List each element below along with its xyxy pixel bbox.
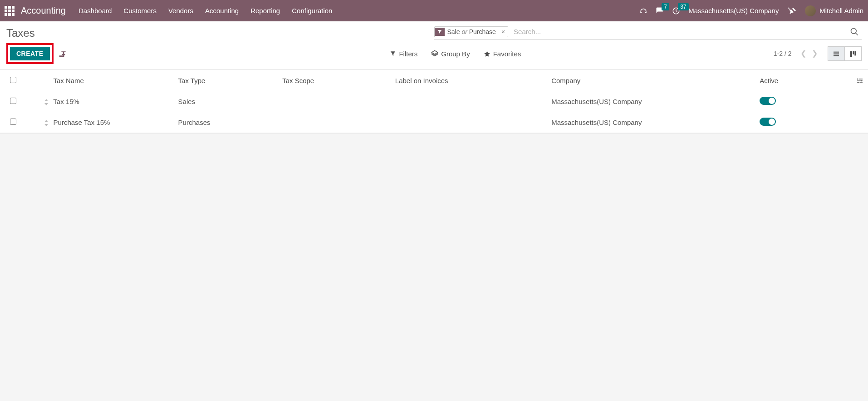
activities-badge: 37 — [678, 3, 688, 10]
svg-rect-16 — [862, 80, 863, 81]
user-name: Mitchell Admin — [819, 7, 863, 15]
nav-accounting[interactable]: Accounting — [205, 7, 239, 15]
svg-rect-6 — [850, 51, 852, 57]
drag-handle-icon[interactable] — [44, 99, 51, 106]
col-company[interactable]: Company — [547, 70, 755, 91]
company-switcher[interactable]: Massachusetts(US) Company — [688, 7, 779, 15]
search-input[interactable] — [511, 26, 847, 37]
favorites-button[interactable]: Favorites — [484, 50, 521, 58]
drag-handle-icon[interactable] — [44, 120, 51, 127]
kanban-view-button[interactable] — [844, 46, 862, 60]
active-toggle[interactable] — [760, 118, 776, 126]
cell-label — [391, 112, 547, 133]
svg-rect-15 — [857, 82, 858, 83]
cell-company: Massachusetts(US) Company — [547, 91, 755, 112]
svg-rect-7 — [853, 51, 854, 54]
facet-remove[interactable]: × — [499, 28, 508, 35]
avatar — [805, 5, 816, 16]
user-menu[interactable]: Mitchell Admin — [805, 5, 863, 16]
search-facet: Sale or Purchase × — [434, 26, 509, 37]
support-icon[interactable] — [639, 6, 647, 15]
apps-icon[interactable] — [5, 6, 15, 16]
svg-line-2 — [856, 33, 858, 35]
col-active[interactable]: Active — [755, 70, 842, 91]
svg-point-9 — [857, 79, 858, 80]
nav-right: 7 37 Massachusetts(US) Company Mitchell … — [639, 5, 863, 16]
pager-text[interactable]: 1-2 / 2 — [774, 50, 792, 57]
svg-rect-14 — [860, 82, 863, 83]
cell-company: Massachusetts(US) Company — [547, 112, 755, 133]
cell-tax-type: Purchases — [174, 112, 278, 133]
groupby-button[interactable]: Group By — [431, 50, 470, 58]
view-switcher — [828, 46, 862, 60]
svg-rect-3 — [834, 51, 839, 52]
pager-next[interactable]: ❯ — [810, 50, 819, 57]
search-icon[interactable] — [847, 27, 862, 36]
cell-tax-scope — [278, 112, 391, 133]
svg-rect-4 — [834, 53, 839, 54]
facet-text: Sale or Purchase — [445, 27, 499, 37]
cell-tax-name: Tax 15% — [53, 98, 79, 105]
breadcrumb: Taxes — [6, 25, 434, 40]
debug-icon[interactable] — [787, 6, 797, 15]
filter-icon — [435, 28, 445, 36]
row-checkbox[interactable] — [10, 119, 16, 125]
row-checkbox[interactable] — [10, 98, 16, 104]
nav-dashboard[interactable]: Dashboard — [78, 7, 112, 15]
optional-columns-button[interactable] — [842, 70, 868, 91]
col-label-invoices[interactable]: Label on Invoices — [391, 70, 547, 91]
table-row[interactable]: Purchase Tax 15% Purchases Massachusetts… — [0, 112, 868, 133]
cell-tax-name: Purchase Tax 15% — [54, 119, 110, 126]
create-highlight: CREATE — [6, 43, 54, 64]
col-tax-name[interactable]: Tax Name — [26, 70, 173, 91]
nav-customers[interactable]: Customers — [123, 7, 157, 15]
nav-menu: Dashboard Customers Vendors Accounting R… — [78, 7, 639, 15]
svg-rect-12 — [857, 80, 861, 81]
search-area: Sale or Purchase × — [434, 25, 862, 40]
svg-rect-8 — [854, 51, 856, 55]
messages-icon[interactable]: 7 — [656, 6, 664, 15]
create-button[interactable]: CREATE — [10, 47, 50, 60]
export-button[interactable] — [58, 50, 67, 58]
svg-point-1 — [851, 28, 857, 34]
taxes-table: Tax Name Tax Type Tax Scope Label on Inv… — [0, 70, 868, 133]
select-all-checkbox[interactable] — [10, 77, 16, 83]
app-brand[interactable]: Accounting — [21, 5, 66, 16]
svg-point-11 — [861, 80, 862, 82]
filters-button[interactable]: Filters — [390, 50, 417, 58]
nav-configuration[interactable]: Configuration — [292, 7, 332, 15]
control-panel: Taxes Sale or Purchase × CREATE — [0, 21, 868, 70]
cell-tax-scope — [278, 91, 391, 112]
col-tax-type[interactable]: Tax Type — [174, 70, 278, 91]
activities-icon[interactable]: 37 — [672, 6, 680, 15]
main-navbar: Accounting Dashboard Customers Vendors A… — [0, 0, 868, 21]
cell-tax-type: Sales — [174, 91, 278, 112]
table-row[interactable]: Tax 15% Sales Massachusetts(US) Company — [0, 91, 868, 112]
pager-prev[interactable]: ❮ — [799, 50, 808, 57]
messages-badge: 7 — [662, 3, 669, 10]
cell-label — [391, 91, 547, 112]
active-toggle[interactable] — [760, 97, 776, 105]
pager: 1-2 / 2 ❮ ❯ — [774, 49, 819, 58]
nav-reporting[interactable]: Reporting — [250, 7, 280, 15]
svg-rect-5 — [834, 55, 839, 56]
col-tax-scope[interactable]: Tax Scope — [278, 70, 391, 91]
list-view-button[interactable] — [828, 46, 844, 60]
list-view: Tax Name Tax Type Tax Scope Label on Inv… — [0, 70, 868, 134]
nav-vendors[interactable]: Vendors — [168, 7, 193, 15]
svg-point-13 — [858, 82, 860, 84]
svg-rect-10 — [859, 79, 863, 79]
